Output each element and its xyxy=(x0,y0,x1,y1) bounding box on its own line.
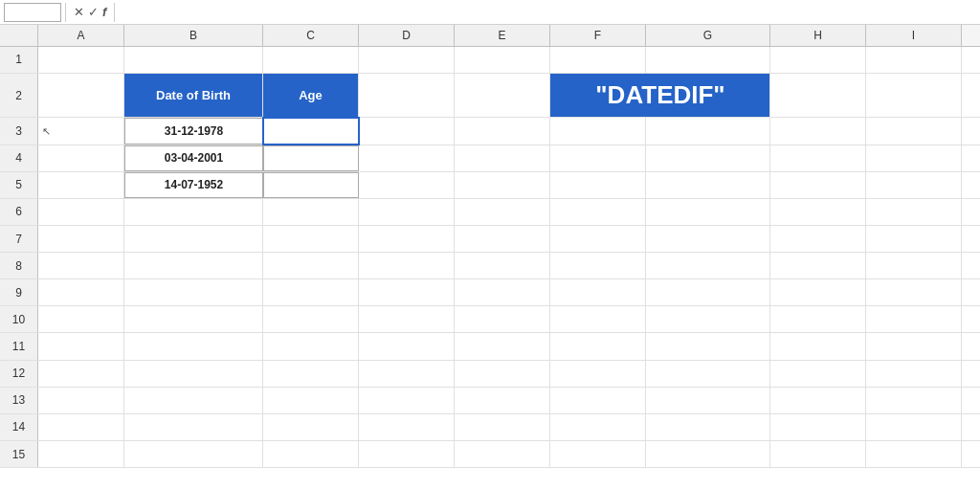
col-header-a[interactable]: A xyxy=(38,25,124,46)
cell-g9[interactable] xyxy=(646,279,770,305)
cell-d6[interactable] xyxy=(359,199,455,225)
cell-e11[interactable] xyxy=(455,333,550,359)
cell-g3[interactable] xyxy=(646,118,770,144)
cell-g15[interactable] xyxy=(646,441,770,467)
cell-e5[interactable] xyxy=(455,172,550,198)
cell-i3[interactable] xyxy=(866,118,962,144)
cell-a4[interactable] xyxy=(38,145,124,171)
cell-d14[interactable] xyxy=(359,414,455,440)
cell-a9[interactable] xyxy=(38,279,124,305)
cell-c6[interactable] xyxy=(263,199,359,225)
cell-a12[interactable] xyxy=(38,361,124,387)
cell-g14[interactable] xyxy=(646,414,770,440)
cell-e3[interactable] xyxy=(455,118,550,144)
cell-d4[interactable] xyxy=(359,145,455,171)
cell-f2[interactable]: "DATEDIF" xyxy=(550,74,646,118)
cell-i11[interactable] xyxy=(866,333,962,359)
cell-e4[interactable] xyxy=(455,145,550,171)
cancel-icon[interactable]: ✕ xyxy=(74,5,84,19)
cell-c4[interactable] xyxy=(263,145,359,171)
cell-a8[interactable] xyxy=(38,253,124,278)
cell-f15[interactable] xyxy=(550,441,646,467)
cell-f5[interactable] xyxy=(550,172,646,198)
cell-f10[interactable] xyxy=(550,306,646,332)
cell-g11[interactable] xyxy=(646,333,770,359)
cell-c10[interactable] xyxy=(263,306,359,332)
col-header-b[interactable]: B xyxy=(124,25,263,46)
cell-e7[interactable] xyxy=(455,226,550,252)
cell-g10[interactable] xyxy=(646,306,770,332)
cell-c8[interactable] xyxy=(263,253,359,278)
cell-b10[interactable] xyxy=(124,306,263,332)
cell-g2[interactable] xyxy=(646,74,770,118)
cell-d11[interactable] xyxy=(359,333,455,359)
cell-b13[interactable] xyxy=(124,388,263,413)
cell-g1[interactable] xyxy=(646,47,770,73)
cell-c12[interactable] xyxy=(263,361,359,387)
cell-h4[interactable] xyxy=(770,145,866,171)
cell-a13[interactable] xyxy=(38,388,124,413)
cell-a7[interactable] xyxy=(38,226,124,252)
cell-b4[interactable]: 03-04-2001 xyxy=(124,145,263,171)
cell-b5[interactable]: 14-07-1952 xyxy=(124,172,263,198)
function-icon[interactable]: f xyxy=(102,5,106,19)
cell-d5[interactable] xyxy=(359,172,455,198)
confirm-icon[interactable]: ✓ xyxy=(88,5,99,19)
cell-c9[interactable] xyxy=(263,279,359,305)
cell-c15[interactable] xyxy=(263,441,359,467)
col-header-h[interactable]: H xyxy=(770,25,866,46)
cell-e15[interactable] xyxy=(455,441,550,467)
cell-a11[interactable] xyxy=(38,333,124,359)
cell-f4[interactable] xyxy=(550,145,646,171)
cell-a2[interactable] xyxy=(38,74,124,118)
cell-h14[interactable] xyxy=(770,414,866,440)
cell-h6[interactable] xyxy=(770,199,866,225)
cell-i10[interactable] xyxy=(866,306,962,332)
cell-b6[interactable] xyxy=(124,199,263,225)
cell-b14[interactable] xyxy=(124,414,263,440)
cell-g12[interactable] xyxy=(646,361,770,387)
cell-d3[interactable] xyxy=(359,118,455,144)
cell-i8[interactable] xyxy=(866,253,962,278)
cell-h13[interactable] xyxy=(770,388,866,413)
col-header-g[interactable]: G xyxy=(646,25,770,46)
cell-i14[interactable] xyxy=(866,414,962,440)
cell-b7[interactable] xyxy=(124,226,263,252)
cell-h2[interactable] xyxy=(770,74,866,118)
formula-input[interactable] xyxy=(119,3,976,22)
cell-a14[interactable] xyxy=(38,414,124,440)
cell-f14[interactable] xyxy=(550,414,646,440)
cell-e8[interactable] xyxy=(455,253,550,278)
cell-f11[interactable] xyxy=(550,333,646,359)
cell-i2[interactable] xyxy=(866,74,962,118)
cell-e1[interactable] xyxy=(455,47,550,73)
cell-b2-header[interactable]: Date of Birth xyxy=(124,74,263,118)
cell-b11[interactable] xyxy=(124,333,263,359)
cell-e10[interactable] xyxy=(455,306,550,332)
cell-c11[interactable] xyxy=(263,333,359,359)
cell-f9[interactable] xyxy=(550,279,646,305)
cell-i5[interactable] xyxy=(866,172,962,198)
cell-h3[interactable] xyxy=(770,118,866,144)
col-header-d[interactable]: D xyxy=(359,25,455,46)
cell-i13[interactable] xyxy=(866,388,962,413)
cell-d2[interactable] xyxy=(359,74,455,118)
cell-i7[interactable] xyxy=(866,226,962,252)
cell-i12[interactable] xyxy=(866,361,962,387)
cell-h5[interactable] xyxy=(770,172,866,198)
cell-h12[interactable] xyxy=(770,361,866,387)
cell-d7[interactable] xyxy=(359,226,455,252)
cell-d13[interactable] xyxy=(359,388,455,413)
cell-b1[interactable] xyxy=(124,47,263,73)
cell-f12[interactable] xyxy=(550,361,646,387)
cell-d10[interactable] xyxy=(359,306,455,332)
col-header-c[interactable]: C xyxy=(263,25,359,46)
cell-i4[interactable] xyxy=(866,145,962,171)
cell-c14[interactable] xyxy=(263,414,359,440)
cell-f7[interactable] xyxy=(550,226,646,252)
cell-b12[interactable] xyxy=(124,361,263,387)
cell-h10[interactable] xyxy=(770,306,866,332)
cell-g7[interactable] xyxy=(646,226,770,252)
cell-f13[interactable] xyxy=(550,388,646,413)
cell-a15[interactable] xyxy=(38,441,124,467)
